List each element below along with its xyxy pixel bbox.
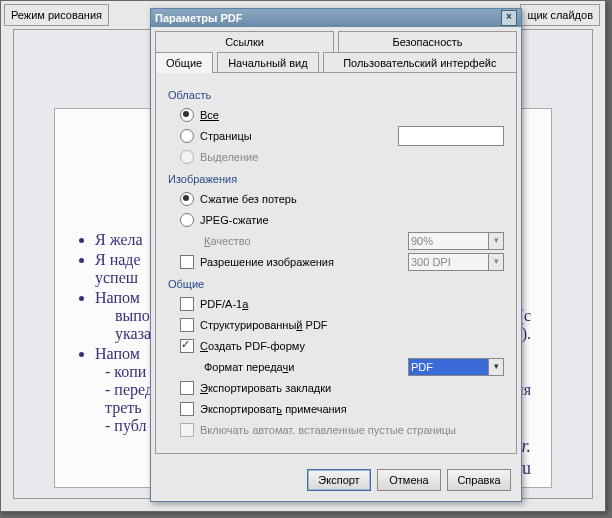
format-label: Формат передачи [204, 361, 294, 373]
radio-all[interactable] [180, 108, 194, 122]
close-icon[interactable]: × [501, 10, 517, 26]
check-structured-label: Структурированный PDF [200, 319, 328, 331]
dialog-titlebar[interactable]: Параметры PDF × [151, 9, 521, 27]
radio-selection [180, 150, 194, 164]
dialog-buttons: Экспорт Отмена Справка [151, 459, 521, 501]
radio-pages-label: Страницы [200, 130, 252, 142]
group-general: Общие [168, 278, 504, 290]
dialog-title: Параметры PDF [155, 12, 243, 24]
tab-slide-sorter[interactable]: щик слайдов [520, 4, 600, 26]
chevron-down-icon: ▾ [488, 233, 503, 249]
general-panel: Область Все Страницы Выделение Изображен… [155, 72, 517, 454]
export-button[interactable]: Экспорт [307, 469, 371, 491]
radio-pages[interactable] [180, 129, 194, 143]
check-create-form[interactable] [180, 339, 194, 353]
check-notes-label: Экспортировать примечания [200, 403, 347, 415]
radio-lossless[interactable] [180, 192, 194, 206]
pdf-options-dialog: Параметры PDF × Ссылки Безопасность Общи… [150, 8, 522, 502]
group-images: Изображения [168, 173, 504, 185]
check-bookmarks-label: Экспортировать закладки [200, 382, 331, 394]
tab-security[interactable]: Безопасность [338, 31, 517, 52]
group-area: Область [168, 89, 504, 101]
quality-combo: 90%▾ [408, 232, 504, 250]
help-button[interactable]: Справка [447, 469, 511, 491]
check-bookmarks[interactable] [180, 381, 194, 395]
pages-input[interactable] [398, 126, 504, 146]
tab-initial-view[interactable]: Начальный вид [217, 52, 318, 73]
tab-drawing-mode[interactable]: Режим рисования [4, 4, 109, 26]
radio-lossless-label: Сжатие без потерь [200, 193, 297, 205]
check-resolution-label: Разрешение изображения [200, 256, 334, 268]
check-notes[interactable] [180, 402, 194, 416]
format-combo[interactable]: PDF▾ [408, 358, 504, 376]
check-pdfa[interactable] [180, 297, 194, 311]
radio-all-label: Все [200, 109, 219, 121]
radio-selection-label: Выделение [200, 151, 258, 163]
check-structured[interactable] [180, 318, 194, 332]
tab-general[interactable]: Общие [155, 52, 213, 73]
tab-links[interactable]: Ссылки [155, 31, 334, 52]
tab-user-interface[interactable]: Пользовательский интерфейс [323, 52, 517, 73]
dialog-tabs-row1: Ссылки Безопасность [155, 31, 517, 52]
check-resolution[interactable] [180, 255, 194, 269]
check-create-form-label: Создать PDF-форму [200, 340, 305, 352]
resolution-combo: 300 DPI▾ [408, 253, 504, 271]
chevron-down-icon: ▾ [488, 254, 503, 270]
check-blank-pages-label: Включать автомат. вставленные пустые стр… [200, 424, 456, 436]
check-blank-pages [180, 423, 194, 437]
dialog-tabs-row2: Общие Начальный вид Пользовательский инт… [155, 52, 517, 73]
check-pdfa-label: PDF/A-1a [200, 298, 248, 310]
radio-jpeg-label: JPEG-сжатие [200, 214, 269, 226]
radio-jpeg[interactable] [180, 213, 194, 227]
cancel-button[interactable]: Отмена [377, 469, 441, 491]
chevron-down-icon[interactable]: ▾ [488, 359, 503, 375]
quality-label: Качество [204, 235, 251, 247]
